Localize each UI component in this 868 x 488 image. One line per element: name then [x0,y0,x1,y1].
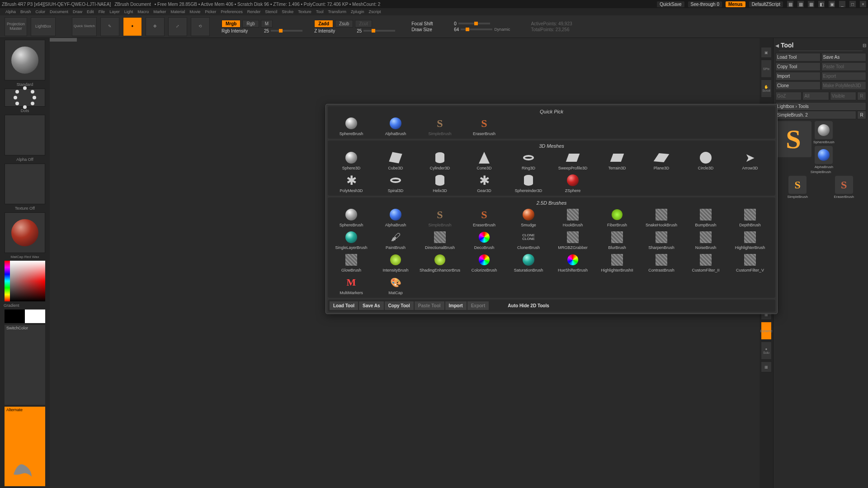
clone-button[interactable]: Clone [775,81,821,90]
z-intensity-slider[interactable] [363,30,395,32]
menu-item[interactable]: Alpha [4,9,18,14]
dynamic-button[interactable]: Dynamic [761,322,772,340]
rgb-intensity-slider[interactable] [271,30,302,32]
import-button[interactable]: Import [775,72,821,80]
canvas-scroll-bar[interactable] [50,38,77,42]
mrgb-toggle[interactable]: Mrgb [222,20,241,28]
make-polymesh-button[interactable]: Make PolyMesh3D [821,81,867,90]
popup-copy-tool[interactable]: Copy Tool [385,301,414,310]
tool-item[interactable]: FiberBrush [595,206,639,228]
panel-pin-icon[interactable]: ⊟ [863,43,866,48]
collapse-icon[interactable]: ◂ [775,41,779,50]
tool-item[interactable]: GlowBrush [330,252,373,273]
quicksketch-button[interactable]: Quick Sketch [72,17,97,36]
tool-item[interactable]: AlphaBrush [374,206,417,228]
tool-item[interactable]: ➤Arrow3D [728,150,772,171]
rotate-button[interactable]: ⟲ [191,17,210,36]
tool-item[interactable]: ZSphere [551,172,594,194]
tool-item[interactable]: SEraserBrush [462,115,506,137]
popup-autohide[interactable]: Auto Hide 2D Tools [504,301,552,310]
menu-item[interactable]: Macro [136,9,151,14]
tool-item[interactable]: HighlighterBrush [728,229,772,251]
tool-item[interactable]: ContrastBrush [640,252,683,273]
switchcolor-button[interactable]: SwitchColor [5,325,45,405]
win-btn-2[interactable]: ▦ [797,1,804,7]
tool-item[interactable]: SSimpleBrush [418,115,462,137]
close-button[interactable]: × [860,1,866,7]
menu-item[interactable]: Stencil [263,9,279,14]
copy-tool-button[interactable]: Copy Tool [775,62,821,71]
zadd-toggle[interactable]: Zadd [314,20,333,28]
menu-item[interactable]: Stroke [280,9,295,14]
tool-thumb[interactable]: AlphaBrush [813,146,835,169]
tool-item[interactable]: CustomFilter_V [728,252,772,273]
menu-item[interactable]: Layer [108,9,122,14]
tool-item[interactable]: SaturationBrush [507,252,550,273]
menu-item[interactable]: Document [48,9,70,14]
zsub-toggle[interactable]: Zsub [335,20,353,28]
minimize-button[interactable]: _ [839,1,845,7]
menu-item[interactable]: Render [245,9,263,14]
maximize-button[interactable]: □ [849,1,856,7]
menu-item[interactable]: Zscript [367,9,383,14]
r-button[interactable]: R [857,92,866,100]
scale-button[interactable]: ⤢ [168,17,187,36]
menu-item[interactable]: Movie [188,9,202,14]
gradient-label[interactable]: Gradient [2,303,48,308]
menu-item[interactable]: Transform [326,9,348,14]
dynamic-label[interactable]: Dynamic [494,27,510,32]
tool-item[interactable]: CustomFilter_II [684,252,727,273]
tool-item[interactable]: ✱Gear3D [462,172,506,194]
tool-item[interactable]: DepthBrush [728,206,772,228]
menus-button[interactable]: Menus [726,1,745,7]
tool-item[interactable]: HighlighterBrushII [595,252,639,273]
tool-item[interactable]: SharpenBrush [640,229,683,251]
win-btn-5[interactable]: ▣ [829,1,835,7]
tool-item[interactable]: MMultiMarkers [330,274,373,296]
popup-paste-tool[interactable]: Paste Tool [415,301,444,310]
tool-item[interactable]: Cube3D [374,150,417,171]
lightbox-button[interactable]: LightBox [31,17,56,36]
brush-selector[interactable] [5,40,45,80]
color-picker[interactable] [5,261,45,301]
popup-import[interactable]: Import [445,301,467,310]
tool-item[interactable]: DirectionalBrush [418,229,462,251]
script-button[interactable]: DefaultZScript [749,1,783,7]
tool-item[interactable]: Terrain3D [595,150,639,171]
paste-tool-button[interactable]: Paste Tool [821,62,867,71]
menu-item[interactable]: Preferences [219,9,245,14]
material-selector[interactable] [5,212,45,253]
solo-button[interactable]: ●Solo [761,342,772,360]
xpose-button[interactable]: ▦ [761,361,772,372]
tool-item[interactable]: SEraserBrush [462,206,506,228]
draw-button[interactable]: ✦ [123,17,142,36]
tool-item[interactable]: MRGBZGrabber [551,229,594,251]
menu-item[interactable]: Light [123,9,135,14]
m-toggle[interactable]: M [261,20,273,28]
menu-item[interactable]: Color [34,9,47,14]
win-btn-4[interactable]: ◧ [818,1,825,7]
zcut-toggle[interactable]: Zcut [355,20,372,28]
color-swatches[interactable] [5,310,45,323]
tool-thumb[interactable]: SSimpleBrush [775,176,820,199]
tool-item[interactable]: Plane3D [640,150,683,171]
projection-master-button[interactable]: Projection Master [5,17,27,36]
edit-button[interactable]: ✎ [100,17,119,36]
tool-item[interactable]: Ring3D [507,150,550,171]
goz-button[interactable]: GoZ [775,92,802,100]
focal-shift-slider[interactable] [458,23,490,24]
popup-load-tool[interactable]: Load Tool [330,301,358,310]
tool-item[interactable]: SSimpleBrush [418,206,462,228]
tool-item[interactable]: DecoBrush [462,229,506,251]
tool-item[interactable]: ColorizeBrush [462,252,506,273]
popup-save-as[interactable]: Save As [359,301,384,310]
draw-size-slider[interactable] [461,28,492,30]
menu-item[interactable]: File [97,9,107,14]
rgb-toggle[interactable]: Rgb [242,20,259,28]
alpha-selector[interactable] [5,115,45,155]
move-button[interactable]: ✥ [146,17,165,36]
tool-item[interactable]: Smudge [507,206,550,228]
menu-item[interactable]: Texture [296,9,313,14]
tool-thumb[interactable]: SphereBrush [813,121,835,144]
tool-item[interactable]: Cone3D [462,150,506,171]
